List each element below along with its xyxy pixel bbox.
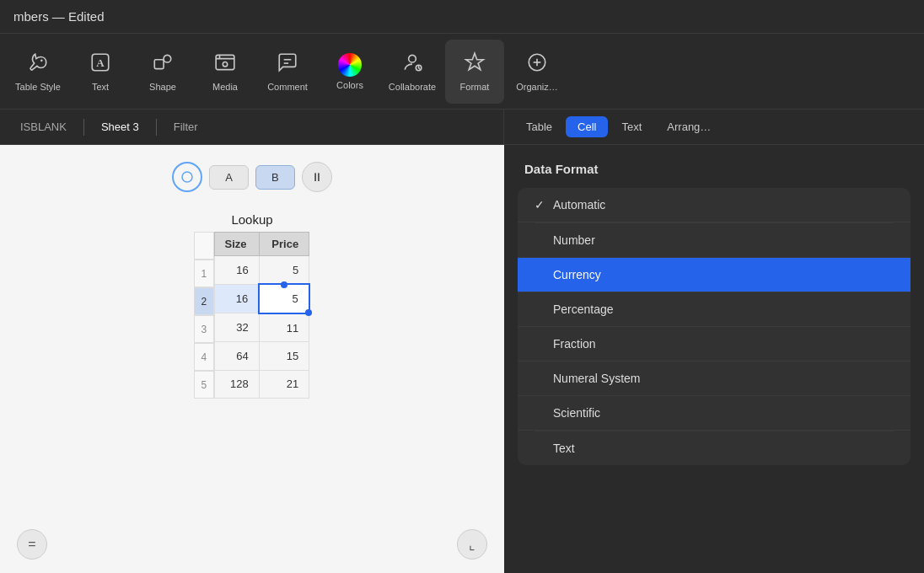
format-item-number[interactable]: ✓ Number — [518, 223, 911, 258]
panel-tab-cell[interactable]: Cell — [566, 116, 608, 137]
data-table: Size Price 16 5 16 5 — [214, 232, 310, 399]
toolbar-item-colors[interactable]: Colors — [320, 40, 379, 104]
shape-icon — [152, 51, 174, 78]
colors-circle-icon — [338, 53, 362, 77]
guitar-icon — [27, 51, 49, 78]
format-icon — [464, 51, 486, 78]
toolbar-item-organize[interactable]: Organiz… — [508, 40, 567, 104]
cell-handle-bottom[interactable] — [305, 309, 312, 316]
toolbar-item-media[interactable]: Media — [196, 40, 255, 104]
toolbar-label-table-style: Table Style — [15, 82, 61, 92]
format-item-automatic[interactable]: ✓ Automatic — [518, 188, 911, 222]
corner-button[interactable]: ⌞ — [457, 529, 487, 560]
table-title: Lookup — [194, 206, 309, 232]
table-row[interactable]: 128 21 — [214, 370, 309, 398]
bottom-controls: = ⌞ — [17, 529, 487, 560]
toolbar-label-comment: Comment — [267, 82, 308, 92]
table-wrapper: 1 2 3 4 5 Size Price 16 — [194, 232, 309, 399]
svg-point-14 — [182, 172, 192, 182]
row-num-5: 5 — [194, 371, 213, 399]
tab-bar-right: Table Cell Text Arrang… — [504, 110, 733, 144]
svg-point-4 — [164, 55, 171, 62]
svg-rect-3 — [154, 59, 164, 68]
tab-bar-left: ISBLANK Sheet 3 Filter — [0, 110, 504, 144]
panel-tab-text[interactable]: Text — [610, 116, 653, 137]
media-icon — [214, 51, 236, 78]
table-row[interactable]: 16 5 — [214, 256, 309, 285]
col-header-size: Size — [214, 233, 259, 256]
cell-price-1[interactable]: 5 — [259, 256, 309, 285]
tab-bar: ISBLANK Sheet 3 Filter Table Cell Text A… — [0, 110, 924, 145]
format-label-scientific: Scientific — [553, 406, 600, 420]
organize-icon — [526, 51, 548, 78]
row-num-4: 4 — [194, 343, 213, 371]
cell-size-2[interactable]: 16 — [214, 284, 259, 313]
format-label-text: Text — [553, 442, 575, 455]
cell-price-3[interactable]: 11 — [259, 313, 309, 342]
panel-tab-arrange[interactable]: Arrang… — [655, 116, 723, 137]
tab-divider-2 — [156, 119, 157, 136]
format-item-text[interactable]: ✓ Text — [518, 431, 911, 465]
tab-sheet3[interactable]: Sheet 3 — [91, 117, 149, 137]
table-row[interactable]: 32 11 — [214, 313, 309, 342]
format-label-percentage: Percentage — [553, 303, 614, 316]
col-circle-btn[interactable] — [172, 162, 202, 192]
toolbar-label-organize: Organiz… — [516, 82, 558, 92]
cell-handle-top[interactable] — [281, 281, 287, 288]
toolbar-label-collaborate: Collaborate — [389, 82, 436, 92]
col-pause-button[interactable]: ⏸ — [302, 162, 332, 192]
toolbar: Table Style A Text Shape — [0, 34, 924, 110]
format-item-scientific[interactable]: ✓ Scientific — [518, 396, 911, 431]
cell-price-2[interactable]: 5 — [259, 284, 309, 313]
cell-size-1[interactable]: 16 — [214, 256, 259, 285]
table-row[interactable]: 64 15 — [214, 342, 309, 370]
row-numbers: 1 2 3 4 5 — [194, 232, 213, 399]
toolbar-item-shape[interactable]: Shape — [133, 40, 192, 104]
svg-point-6 — [223, 62, 227, 66]
format-item-numeral-system[interactable]: ✓ Numeral System — [518, 361, 911, 396]
svg-point-0 — [40, 59, 43, 62]
column-selector: A B ⏸ — [172, 162, 331, 192]
equals-button[interactable]: = — [17, 529, 47, 560]
format-label-numeral-system: Numeral System — [553, 372, 640, 385]
col-b-button[interactable]: B — [255, 165, 295, 190]
tab-filter[interactable]: Filter — [164, 117, 208, 137]
cell-size-3[interactable]: 32 — [214, 313, 259, 342]
data-format-list: ✓ Automatic ✓ Number ✓ Currency ✓ Percen… — [518, 188, 911, 465]
format-item-currency[interactable]: ✓ Currency — [518, 258, 911, 292]
toolbar-item-comment[interactable]: Comment — [258, 40, 317, 104]
table-row[interactable]: 16 5 — [214, 284, 309, 313]
toolbar-label-format: Format — [460, 82, 490, 92]
row-num-2: 2 — [194, 287, 213, 315]
toolbar-label-colors: Colors — [336, 80, 363, 90]
cell-price-5[interactable]: 21 — [259, 370, 309, 398]
format-label-number: Number — [553, 233, 595, 247]
format-item-percentage[interactable]: ✓ Percentage — [518, 292, 911, 327]
toolbar-item-text[interactable]: A Text — [71, 40, 130, 104]
panel-tab-table[interactable]: Table — [514, 116, 564, 137]
title-text: mbers — Edited — [13, 9, 105, 24]
table-wrapper-outer: Lookup 1 2 3 4 5 Size Price — [194, 206, 309, 399]
data-format-title: Data Format — [504, 145, 924, 188]
title-bar: mbers — Edited — [0, 0, 924, 34]
spreadsheet-area: A B ⏸ Lookup 1 2 3 4 5 Size — [0, 145, 504, 573]
cell-price-4[interactable]: 15 — [259, 342, 309, 370]
toolbar-item-collaborate[interactable]: Collaborate — [383, 40, 442, 104]
toolbar-item-table-style[interactable]: Table Style — [8, 40, 67, 104]
cell-size-4[interactable]: 64 — [214, 342, 259, 370]
toolbar-label-media: Media — [212, 82, 238, 92]
toolbar-item-format[interactable]: Format — [445, 40, 504, 104]
main-content: A B ⏸ Lookup 1 2 3 4 5 Size — [0, 145, 924, 573]
cell-size-5[interactable]: 128 — [214, 370, 259, 398]
svg-text:A: A — [96, 56, 105, 69]
right-panel: Data Format ✓ Automatic ✓ Number ✓ Curre… — [504, 145, 924, 573]
toolbar-label-shape: Shape — [149, 82, 176, 92]
format-label-automatic: Automatic — [553, 198, 605, 212]
tab-isblank[interactable]: ISBLANK — [10, 117, 77, 137]
tab-divider-1 — [83, 119, 84, 136]
col-a-button[interactable]: A — [209, 165, 249, 190]
row-num-3: 3 — [194, 315, 213, 343]
format-item-fraction[interactable]: ✓ Fraction — [518, 327, 911, 361]
col-header-price: Price — [259, 233, 309, 256]
format-label-currency: Currency — [553, 268, 601, 281]
